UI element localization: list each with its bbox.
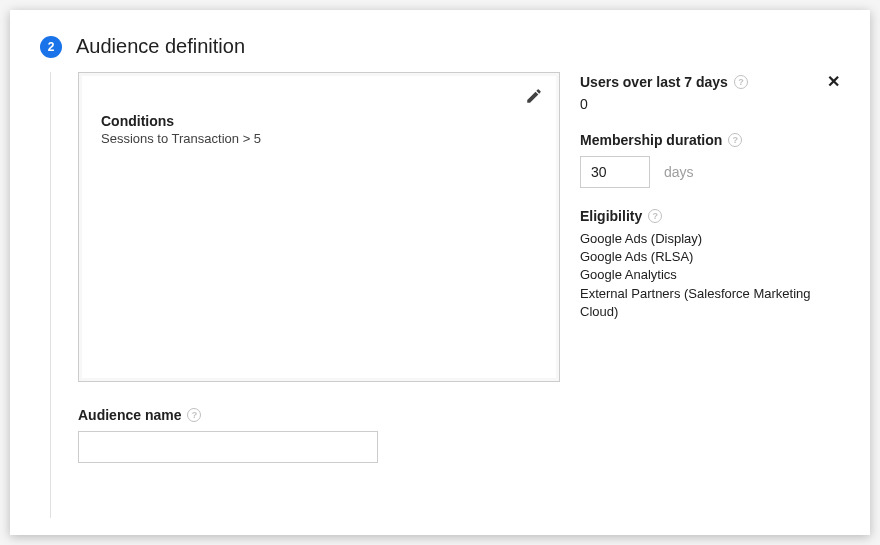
users-label-text: Users over last 7 days [580, 74, 728, 90]
duration-label-text: Membership duration [580, 132, 722, 148]
eligibility-item: Google Ads (Display) [580, 230, 840, 248]
conditions-card: Conditions Sessions to Transaction > 5 [78, 72, 560, 382]
close-icon[interactable]: ✕ [827, 74, 840, 90]
audience-name-label: Audience name ? [78, 407, 840, 423]
help-icon[interactable]: ? [648, 209, 662, 223]
content-wrap: Conditions Sessions to Transaction > 5 U… [78, 72, 840, 463]
eligibility-list: Google Ads (Display) Google Ads (RLSA) G… [580, 230, 840, 321]
audience-name-section: Audience name ? [78, 407, 840, 463]
help-icon[interactable]: ? [187, 408, 201, 422]
eligibility-label: Eligibility ? [580, 208, 840, 224]
membership-duration-label: Membership duration ? [580, 132, 840, 148]
edit-icon[interactable] [525, 87, 543, 109]
definition-row: Conditions Sessions to Transaction > 5 U… [78, 72, 840, 382]
summary-panel: Users over last 7 days ? ✕ 0 Membership … [580, 72, 840, 382]
conditions-title: Conditions [101, 113, 541, 129]
users-value: 0 [580, 96, 840, 112]
membership-duration-input[interactable] [580, 156, 650, 188]
eligibility-item: Google Ads (RLSA) [580, 248, 840, 266]
audience-name-input[interactable] [78, 431, 378, 463]
conditions-rule: Sessions to Transaction > 5 [101, 131, 541, 146]
section-title: Audience definition [76, 35, 245, 58]
help-icon[interactable]: ? [728, 133, 742, 147]
eligibility-label-text: Eligibility [580, 208, 642, 224]
audience-name-label-text: Audience name [78, 407, 181, 423]
eligibility-item: Google Analytics [580, 266, 840, 284]
duration-row: days [580, 156, 840, 188]
duration-unit: days [664, 164, 694, 180]
summary-header: Users over last 7 days ? ✕ [580, 74, 840, 90]
users-label: Users over last 7 days ? [580, 74, 748, 90]
step-number-badge: 2 [40, 36, 62, 58]
vertical-divider [50, 72, 51, 518]
audience-definition-panel: 2 Audience definition Conditions Session… [10, 10, 870, 535]
help-icon[interactable]: ? [734, 75, 748, 89]
eligibility-item: External Partners (Salesforce Marketing … [580, 285, 840, 321]
section-header: 2 Audience definition [40, 35, 840, 58]
